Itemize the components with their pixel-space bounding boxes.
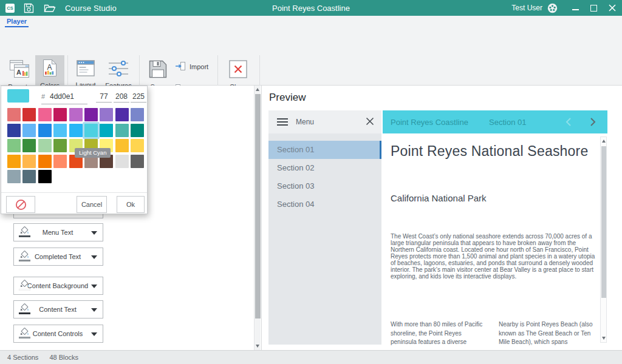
palette-swatch[interactable] <box>22 124 36 137</box>
menu-item-4[interactable]: Section 04 <box>268 195 381 214</box>
no-color-button[interactable] <box>6 196 35 213</box>
left-panel-scrollbar[interactable] <box>254 86 261 350</box>
scroll-down-arrow[interactable] <box>256 345 259 348</box>
preview-course-title: Point Reyes Coastline <box>391 118 468 127</box>
paint-bucket-icon <box>18 303 30 314</box>
scrollbar-thumb[interactable] <box>255 94 261 318</box>
palette-swatch[interactable] <box>22 170 36 183</box>
preview-menu-panel: Menu Section 01Section 02Section 03Secti… <box>268 110 381 345</box>
theme-row-completed-text[interactable]: Completed Text <box>13 248 103 266</box>
palette-swatch[interactable] <box>131 124 144 137</box>
palette-swatch[interactable] <box>53 124 67 137</box>
hex-input[interactable]: 4dd0e1 <box>50 92 74 101</box>
palette-swatch[interactable] <box>22 155 36 168</box>
ok-button[interactable]: Ok <box>117 196 145 213</box>
theme-color-bar <box>19 289 30 291</box>
palette-swatch[interactable] <box>100 108 113 121</box>
palette-swatch[interactable] <box>100 124 113 137</box>
chevron-down-icon[interactable] <box>91 332 97 336</box>
palette-swatch[interactable] <box>7 108 21 121</box>
hamburger-icon[interactable] <box>277 118 288 126</box>
preview-header: Point Reyes Coastline Section 01 <box>383 110 607 133</box>
palette-swatch[interactable] <box>53 139 67 152</box>
palette-swatch[interactable] <box>53 170 67 183</box>
rgb-red-input[interactable]: 77 <box>96 92 112 103</box>
open-folder-icon[interactable] <box>44 4 56 13</box>
palette-swatch[interactable] <box>84 108 98 121</box>
palette-swatch[interactable] <box>115 108 129 121</box>
palette-swatch[interactable] <box>22 108 36 121</box>
content-paragraph: The West Coast’s only national seashore … <box>391 233 600 280</box>
preview-heading: Preview <box>269 92 306 104</box>
palette-swatch[interactable] <box>7 124 21 137</box>
palette-swatch[interactable] <box>69 124 83 137</box>
tab-row: Player <box>0 16 622 27</box>
palette-swatch[interactable] <box>38 124 52 137</box>
palette-swatch[interactable] <box>38 170 52 183</box>
palette-swatch[interactable] <box>7 170 21 183</box>
theme-row-content-text[interactable]: Content Text <box>13 300 103 318</box>
maximize-button[interactable] <box>590 5 597 12</box>
palette-swatch[interactable] <box>53 155 67 168</box>
chevron-down-icon[interactable] <box>91 285 97 288</box>
scroll-up-arrow[interactable] <box>256 88 259 91</box>
palette-swatch[interactable] <box>22 139 36 152</box>
palette-swatch[interactable] <box>69 108 83 121</box>
svg-text:A: A <box>16 69 21 76</box>
close-button[interactable] <box>609 4 616 12</box>
preview-section-label: Section 01 <box>489 118 526 127</box>
scroll-up-arrow[interactable] <box>602 140 606 143</box>
chevron-down-icon[interactable] <box>91 308 97 312</box>
hex-underline <box>41 104 87 104</box>
paint-bucket-icon <box>18 280 30 291</box>
chevron-left-icon[interactable] <box>565 117 572 129</box>
palette-swatch[interactable] <box>131 108 144 121</box>
theme-color-bar <box>19 260 30 261</box>
ribbon: A Presets A Colors Layout Features <box>0 27 622 86</box>
save-icon[interactable] <box>24 3 34 13</box>
palette-swatch[interactable] <box>115 139 129 152</box>
status-bar: 4 Sections 48 Blocks <box>0 350 622 364</box>
menu-title: Menu <box>296 118 314 126</box>
theme-row-content-controls[interactable]: Content Controls <box>13 325 103 343</box>
content-subtitle: California National Park <box>391 193 487 203</box>
import-button[interactable]: Import <box>175 61 208 72</box>
palette-swatch[interactable] <box>38 139 52 152</box>
scrollbar-thumb[interactable] <box>601 146 606 298</box>
tab-player[interactable]: Player <box>5 16 29 27</box>
status-sections: 4 Sections <box>7 354 38 361</box>
theme-row-content-background[interactable]: Content Background <box>13 277 103 295</box>
content-title: Point Reyes National Seashore <box>391 143 588 160</box>
rgb-blue-input[interactable]: 225 <box>131 92 146 103</box>
palette-swatch[interactable] <box>38 155 52 168</box>
theme-row-menu-text[interactable]: Menu Text <box>13 223 103 241</box>
palette-swatch[interactable] <box>38 108 52 121</box>
menu-item-2[interactable]: Section 02 <box>268 159 381 177</box>
palette-swatch[interactable] <box>7 155 21 168</box>
color-picker-popup: # 4dd0e1 77 208 225 Light Cyan Cancel Ok <box>1 86 148 214</box>
main-area: Menu Text Completed Text Content Backgro… <box>0 86 622 350</box>
minimize-button[interactable] <box>572 9 579 10</box>
status-blocks: 48 Blocks <box>49 354 78 361</box>
palette-swatch[interactable] <box>7 139 21 152</box>
import-label: Import <box>190 63 208 70</box>
chevron-down-icon[interactable] <box>91 255 97 259</box>
scroll-down-arrow[interactable] <box>602 337 606 340</box>
menu-item-3[interactable]: Section 03 <box>268 177 381 195</box>
cancel-button[interactable]: Cancel <box>77 196 107 213</box>
chevron-right-icon[interactable] <box>589 117 596 129</box>
current-color-swatch <box>7 89 29 103</box>
paint-bucket-icon <box>18 226 30 237</box>
palette-swatch[interactable] <box>131 155 144 168</box>
palette-swatch[interactable] <box>115 155 129 168</box>
rgb-green-input[interactable]: 208 <box>114 92 129 103</box>
palette-swatch[interactable] <box>53 108 67 121</box>
user-avatar[interactable] <box>547 3 558 13</box>
chevron-down-icon[interactable] <box>91 231 97 235</box>
menu-close-icon[interactable] <box>366 117 374 128</box>
palette-swatch[interactable] <box>115 124 129 137</box>
menu-item-1[interactable]: Section 01 <box>268 141 381 159</box>
preview-scrollbar[interactable] <box>600 136 607 343</box>
palette-swatch[interactable] <box>84 124 98 137</box>
palette-swatch[interactable] <box>131 139 144 152</box>
